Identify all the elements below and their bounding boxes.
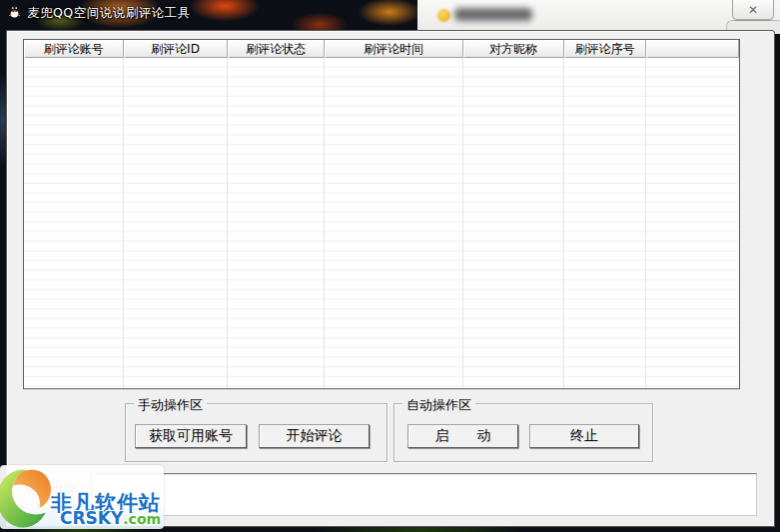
column-header-6[interactable]: 刷评论序号 xyxy=(564,40,646,58)
table-column-2 xyxy=(124,58,228,388)
column-header-2[interactable]: 刷评论ID xyxy=(124,40,228,58)
watermark-domain-text: CRSKY xyxy=(60,508,123,528)
close-button[interactable]: ✕ xyxy=(732,0,774,20)
qq-penguin-icon xyxy=(7,3,22,18)
table-column-7 xyxy=(646,58,739,388)
app-window: 刷评论账号刷评论ID刷评论状态刷评论时间对方昵称刷评论序号 手动操作区 获取可用… xyxy=(6,30,775,527)
column-header-filler[interactable] xyxy=(646,40,739,58)
close-icon: ✕ xyxy=(748,2,758,19)
manual-group-title: 手动操作区 xyxy=(134,396,207,414)
table-column-6 xyxy=(564,58,646,388)
auto-stop-button[interactable]: 终止 xyxy=(529,424,639,448)
table-column-5 xyxy=(463,58,564,388)
get-available-accounts-button[interactable]: 获取可用账号 xyxy=(135,424,247,448)
auto-operation-groupbox: 自动操作区 启 动 终止 xyxy=(393,403,653,462)
column-header-1[interactable]: 刷评论账号 xyxy=(24,40,124,58)
manual-operation-groupbox: 手动操作区 获取可用账号 开始评论 xyxy=(125,403,388,462)
auto-start-button[interactable]: 启 动 xyxy=(407,424,518,448)
auto-group-title: 自动操作区 xyxy=(402,396,475,414)
table-column-1 xyxy=(24,58,124,388)
table-header: 刷评论账号刷评论ID刷评论状态刷评论时间对方昵称刷评论序号 xyxy=(24,40,739,58)
table-column-4 xyxy=(325,58,463,388)
table-body[interactable] xyxy=(24,58,739,388)
column-header-5[interactable]: 对方昵称 xyxy=(463,40,564,58)
comment-listview[interactable]: 刷评论账号刷评论ID刷评论状态刷评论时间对方昵称刷评论序号 xyxy=(23,39,740,389)
blurred-tab-title xyxy=(454,8,532,21)
watermark-tld-text: .com xyxy=(123,511,161,527)
column-header-4[interactable]: 刷评论时间 xyxy=(325,40,463,58)
column-header-3[interactable]: 刷评论状态 xyxy=(228,40,325,58)
window-title: 麦兜QQ空间说说刷评论工具 xyxy=(27,5,191,22)
crsky-crescent-logo-icon xyxy=(0,468,55,529)
blurred-favicon-icon xyxy=(437,9,450,22)
comment-content-input[interactable] xyxy=(91,473,757,516)
crsky-watermark: 非凡软件站 CRSKY.com xyxy=(0,465,164,529)
start-comment-button[interactable]: 开始评论 xyxy=(259,424,370,448)
watermark-site-domain: CRSKY.com xyxy=(60,508,161,528)
table-column-3 xyxy=(228,58,325,388)
